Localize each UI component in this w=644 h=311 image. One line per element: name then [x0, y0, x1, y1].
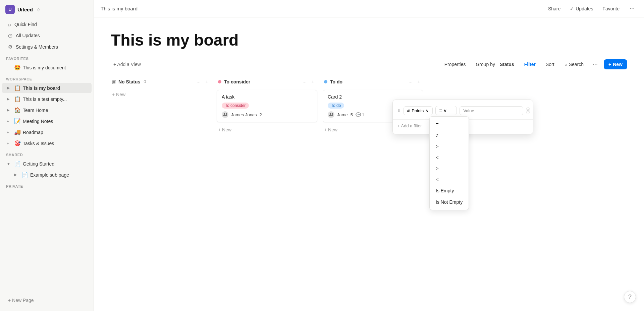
workspace-chevron: ◇	[37, 7, 40, 12]
op-equals[interactable]: =	[430, 119, 469, 130]
meeting-notes-label: Meeting Notes	[23, 119, 53, 124]
column-name-to-do: To do	[330, 79, 342, 84]
board-area: ▣ No Status 0 ··· + + New To consider	[111, 76, 627, 141]
operator-dropdown: = ≠ > < ≥ ≤ Is Empty Is Not Empty	[429, 116, 469, 210]
sidebar-item-test-empty[interactable]: ▶ 📋 This is a test empty...	[2, 94, 92, 104]
column-add-button[interactable]: +	[204, 78, 210, 85]
my-board-label: This is my board	[23, 85, 60, 91]
test-empty-label: This is a test empty...	[23, 97, 67, 102]
column-name-no-status: No Status	[118, 79, 140, 84]
card-tag: To consider	[222, 103, 249, 109]
op-gte[interactable]: ≥	[430, 163, 469, 174]
page-content: This is my board + Add a View Properties…	[94, 17, 644, 311]
sidebar-item-tasks-issues[interactable]: + 🎯 Tasks & Issues	[2, 138, 92, 148]
new-page-button[interactable]: + New Page	[2, 295, 92, 305]
op-is-not-empty[interactable]: Is Not Empty	[430, 196, 469, 208]
op-not-equals[interactable]: ≠	[430, 130, 469, 141]
sidebar-item-settings[interactable]: ⚙ Settings & Members	[2, 42, 92, 52]
sidebar-item-meeting-notes[interactable]: + 📝 Meeting Notes	[2, 116, 92, 126]
topbar-title: This is my board	[101, 6, 138, 11]
share-button[interactable]: Share	[546, 5, 562, 13]
section-workspace: WORKSPACE	[0, 73, 94, 82]
add-card-to-consider[interactable]: + New	[217, 125, 317, 134]
topbar-actions: Share ✓ Updates Favorite ···	[546, 4, 637, 13]
filter-field-button[interactable]: # Points ∨	[404, 106, 433, 115]
workspace-name: Uifeed	[17, 7, 33, 12]
favorite-button[interactable]: Favorite	[600, 5, 622, 13]
add-card-no-status[interactable]: + New	[111, 90, 211, 99]
op-is-empty[interactable]: Is Empty	[430, 185, 469, 196]
workspace-header[interactable]: U Uifeed ◇	[0, 0, 94, 19]
expand-plus-icon: +	[7, 119, 12, 123]
sidebar-item-example-sub[interactable]: ▶ 📄 Example sub page	[2, 170, 92, 180]
sidebar-item-all-updates[interactable]: ◷ All Updates	[2, 30, 92, 41]
updates-button[interactable]: ✓ Updates	[568, 5, 595, 13]
column-name-to-consider: To consider	[224, 79, 250, 84]
quick-find-label: Quick Find	[14, 22, 37, 27]
settings-label: Settings & Members	[16, 44, 58, 50]
card-title: A task	[222, 94, 312, 100]
properties-button[interactable]: Properties	[441, 60, 469, 69]
topbar-more-button[interactable]: ···	[627, 4, 637, 13]
tasks-issues-label: Tasks & Issues	[23, 141, 54, 146]
section-shared: SHARED	[0, 149, 94, 158]
card2-title: Card 2	[328, 94, 418, 100]
sidebar: U Uifeed ◇ ⌕ Quick Find ◷ All Updates ⚙ …	[0, 0, 94, 311]
my-document-label: This is my document	[23, 65, 66, 70]
column-status-icon: ▣	[112, 79, 116, 84]
expand-plus-icon: +	[7, 141, 12, 145]
new-record-button[interactable]: + New	[604, 59, 627, 69]
task-card[interactable]: A task To consider JJ James Jonas 2	[217, 90, 317, 122]
sidebar-item-roadmap[interactable]: + 🚚 Roadmap	[2, 127, 92, 137]
card2-comments: 💬 1	[356, 112, 364, 117]
team-home-label: Team Home	[23, 108, 48, 113]
filter-button[interactable]: Filter	[521, 60, 539, 69]
expand-icon: ▶	[7, 97, 12, 101]
card-meta: JJ James Jonas 2	[222, 111, 312, 118]
toolbar-more-button[interactable]: ···	[591, 60, 600, 69]
board-toolbar: + Add a View Properties Group by Status …	[111, 59, 627, 69]
expand-icon: ▶	[7, 86, 12, 90]
help-button[interactable]: ?	[624, 291, 636, 303]
sort-button[interactable]: Sort	[543, 60, 557, 69]
sidebar-item-getting-started[interactable]: ▼ 📄 Getting Started	[2, 159, 92, 169]
expand-icon: ▶	[7, 108, 12, 112]
column-header-no-status: ▣ No Status 0 ··· +	[111, 76, 211, 87]
topbar: This is my board Share ✓ Updates Favorit…	[94, 0, 644, 17]
column-add-button[interactable]: +	[310, 78, 316, 85]
search-toolbar-button[interactable]: ⌕ Search	[561, 60, 587, 69]
drag-handle-icon: ⠿	[397, 108, 401, 113]
column-header-to-do: To do ··· +	[323, 76, 423, 87]
group-by-button[interactable]: Group by Status	[473, 60, 517, 69]
all-updates-label: All Updates	[16, 33, 40, 38]
column-more-button[interactable]: ···	[301, 78, 309, 85]
sidebar-item-my-document[interactable]: 🤩 This is my document	[2, 62, 92, 73]
section-favorites: FAVORITES	[0, 53, 94, 62]
card2-assignee: Jame	[337, 112, 348, 117]
page-title: This is my board	[111, 31, 627, 49]
add-view-button[interactable]: + Add a View	[111, 60, 144, 69]
column-more-button[interactable]: ···	[407, 78, 415, 85]
avatar: JJ	[328, 111, 334, 118]
filter-value-input[interactable]	[460, 106, 523, 115]
hash-icon: #	[407, 108, 410, 113]
column-more-button[interactable]: ···	[195, 78, 203, 85]
section-private: PRIVATE	[0, 180, 94, 190]
expand-icon: ▶	[14, 173, 19, 177]
sidebar-item-team-home[interactable]: ▶ 🏠 Team Home	[2, 105, 92, 115]
column-add-button[interactable]: +	[416, 78, 422, 85]
sidebar-item-my-board[interactable]: ▶ 📋 This is my board	[2, 83, 92, 93]
column-no-status: ▣ No Status 0 ··· + + New	[111, 76, 211, 134]
expand-down-icon: ▼	[7, 162, 12, 166]
filter-close-button[interactable]: ✕	[526, 107, 530, 114]
op-lte[interactable]: ≤	[430, 174, 469, 185]
search-icon: ⌕	[8, 21, 11, 27]
filter-operator-button[interactable]: = ∨	[435, 106, 457, 115]
op-greater-than[interactable]: >	[430, 141, 469, 152]
getting-started-label: Getting Started	[23, 161, 54, 167]
op-less-than[interactable]: <	[430, 152, 469, 163]
sidebar-item-quick-find[interactable]: ⌕ Quick Find	[2, 19, 92, 29]
new-page-label: + New Page	[8, 298, 34, 303]
column-to-consider: To consider ··· + A task To consider JJ …	[217, 76, 317, 134]
filter-row: ⠿ # Points ∨ = ∨ ✕	[393, 103, 533, 118]
